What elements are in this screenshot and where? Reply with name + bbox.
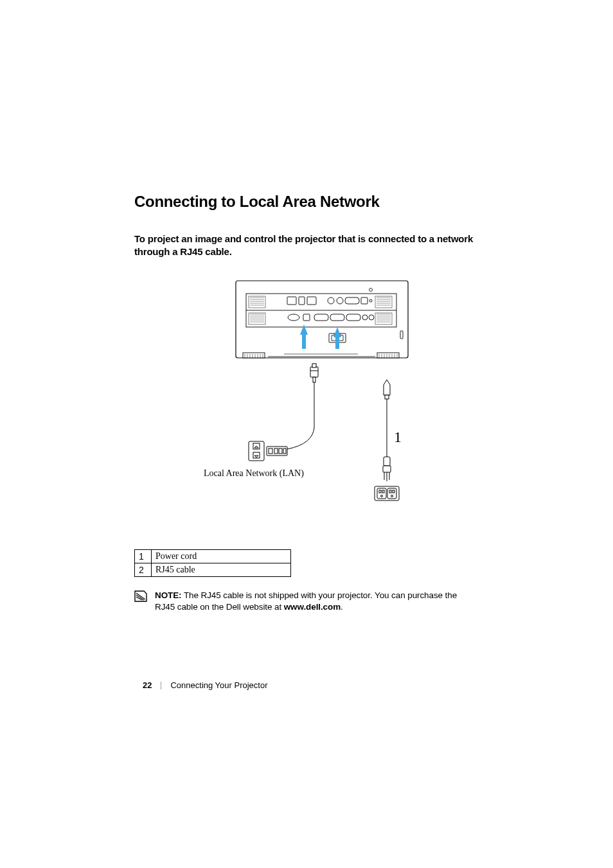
svg-rect-91 bbox=[382, 490, 384, 493]
svg-rect-70 bbox=[313, 377, 315, 382]
callout-1: 1 bbox=[394, 429, 402, 446]
svg-rect-46 bbox=[377, 353, 399, 358]
svg-rect-86 bbox=[283, 448, 286, 454]
svg-rect-72 bbox=[384, 457, 390, 466]
svg-rect-83 bbox=[269, 448, 272, 454]
svg-rect-73 bbox=[383, 466, 391, 472]
legend-desc: RJ45 cable bbox=[152, 563, 291, 576]
note-label: NOTE: bbox=[155, 590, 182, 600]
svg-rect-33 bbox=[361, 297, 368, 304]
svg-point-34 bbox=[369, 299, 372, 302]
svg-point-92 bbox=[381, 495, 383, 497]
projector-lan-diagram bbox=[184, 277, 429, 521]
footer-separator bbox=[161, 682, 161, 689]
svg-rect-84 bbox=[274, 448, 278, 454]
legend-desc: Power cord bbox=[152, 549, 291, 563]
svg-rect-36 bbox=[303, 314, 310, 321]
page-number: 22 bbox=[143, 680, 152, 690]
diagram-container: Local Area Network (LAN) 1 bbox=[134, 277, 479, 521]
svg-point-31 bbox=[337, 297, 343, 304]
page-heading: Connecting to Local Area Network bbox=[134, 193, 479, 211]
svg-rect-85 bbox=[279, 448, 282, 454]
footer-section: Connecting Your Projector bbox=[170, 680, 267, 690]
lan-label: Local Area Network (LAN) bbox=[204, 468, 304, 479]
page-sub-heading: To project an image and control the proj… bbox=[134, 233, 479, 259]
legend-num: 2 bbox=[135, 563, 152, 576]
table-row: 1 Power cord bbox=[135, 549, 291, 563]
legend-table: 1 Power cord 2 RJ45 cable bbox=[134, 549, 291, 577]
table-row: 2 RJ45 cable bbox=[135, 563, 291, 576]
svg-rect-68 bbox=[312, 364, 316, 368]
note-block: NOTE: The RJ45 cable is not shipped with… bbox=[134, 590, 479, 613]
svg-rect-32 bbox=[345, 297, 359, 304]
svg-rect-71 bbox=[385, 395, 389, 399]
note-link: www.dell.com bbox=[284, 602, 341, 612]
svg-rect-39 bbox=[346, 314, 360, 321]
page-footer: 22 Connecting Your Projector bbox=[143, 680, 268, 690]
svg-rect-94 bbox=[393, 490, 395, 493]
svg-point-41 bbox=[369, 315, 374, 320]
svg-rect-93 bbox=[389, 490, 391, 493]
note-text: NOTE: The RJ45 cable is not shipped with… bbox=[155, 590, 479, 613]
svg-rect-37 bbox=[314, 314, 328, 321]
svg-rect-90 bbox=[379, 490, 381, 493]
svg-point-40 bbox=[362, 315, 368, 320]
svg-rect-45 bbox=[243, 353, 265, 358]
svg-rect-27 bbox=[287, 297, 296, 305]
note-icon bbox=[134, 590, 147, 602]
note-body-after: . bbox=[341, 602, 343, 612]
svg-rect-29 bbox=[307, 297, 316, 305]
svg-point-30 bbox=[328, 297, 334, 304]
legend-num: 1 bbox=[135, 549, 152, 563]
svg-point-95 bbox=[391, 495, 393, 497]
svg-point-35 bbox=[288, 314, 299, 321]
svg-rect-38 bbox=[330, 314, 344, 321]
svg-rect-67 bbox=[310, 367, 318, 377]
svg-rect-28 bbox=[299, 297, 305, 305]
